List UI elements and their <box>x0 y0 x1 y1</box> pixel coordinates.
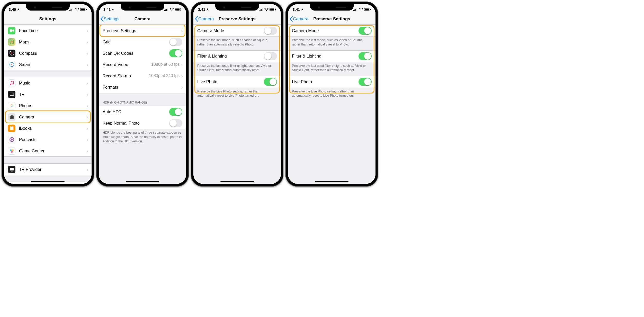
cell-game-center[interactable]: Game Center› <box>4 145 92 156</box>
cell-label: Formats <box>103 85 181 90</box>
toggle-switch[interactable] <box>359 52 372 60</box>
toggle-switch[interactable] <box>359 78 372 86</box>
svg-point-4 <box>77 10 77 11</box>
music-icon <box>8 79 15 87</box>
home-indicator[interactable] <box>31 181 65 182</box>
cell-safari[interactable]: Safari› <box>4 59 92 70</box>
toggle-switch[interactable] <box>169 38 182 46</box>
cell-camera-mode[interactable]: Camera Mode <box>193 25 281 36</box>
cell-filter-lighting[interactable]: Filter & Lighting <box>288 51 375 62</box>
group-footer: HDR blends the best parts of three separ… <box>99 129 186 145</box>
status-icons <box>259 8 276 11</box>
cell-scan-qr-codes[interactable]: Scan QR Codes <box>99 48 186 59</box>
cell-formats[interactable]: Formats› <box>99 81 186 93</box>
ibooks-icon <box>8 125 15 132</box>
cell-maps[interactable]: Maps› <box>4 36 92 48</box>
group-footer: Preserve the last mode, such as Video or… <box>193 36 281 48</box>
cell-filter-lighting[interactable]: Filter & Lighting <box>193 51 281 62</box>
maps-icon <box>8 38 15 46</box>
back-button[interactable]: Camera <box>290 16 308 22</box>
svg-rect-56 <box>370 9 371 10</box>
svg-rect-6 <box>86 9 87 10</box>
status-icons <box>69 8 87 11</box>
svg-point-19 <box>10 105 12 106</box>
group-footer: Preserve the last used filter or light, … <box>193 62 281 73</box>
chevron-right-icon: › <box>86 148 88 154</box>
svg-rect-51 <box>354 10 355 11</box>
cell-facetime[interactable]: FaceTime› <box>4 25 92 36</box>
cell-tv[interactable]: TV› <box>4 89 92 100</box>
tv-icon <box>8 91 15 98</box>
svg-point-25 <box>11 138 13 140</box>
toggle-switch[interactable] <box>359 27 372 35</box>
cell-label: Record Slo-mo <box>103 73 149 78</box>
toggle-switch[interactable] <box>169 108 182 116</box>
chevron-right-icon: › <box>86 39 88 45</box>
back-button[interactable]: Settings <box>100 16 119 22</box>
cell-preserve-settings[interactable]: Preserve Settings› <box>99 25 186 36</box>
cell-tv-provider[interactable]: TV Provider› <box>4 164 92 175</box>
podcasts-icon <box>8 136 15 143</box>
svg-rect-7 <box>81 8 85 11</box>
cell-photos[interactable]: Photos› <box>4 100 92 111</box>
cell-label: Auto HDR <box>103 109 169 114</box>
cell-camera[interactable]: Camera› <box>4 111 92 123</box>
cell-label: Live Photo <box>292 79 359 84</box>
cell-grid[interactable]: Grid <box>99 36 186 48</box>
group-footer: Preserve the last mode, such as Video or… <box>288 36 375 48</box>
cell-label: Keep Normal Photo <box>103 121 169 126</box>
svg-rect-44 <box>261 9 262 11</box>
cell-compass[interactable]: Compass› <box>4 48 92 59</box>
svg-rect-52 <box>355 9 356 11</box>
cell-label: Filter & Lighting <box>292 54 359 59</box>
status-time: 3:41 <box>103 7 114 12</box>
toggle-switch[interactable] <box>264 52 277 60</box>
cell-live-photo[interactable]: Live Photo <box>288 76 375 88</box>
cell-record-video[interactable]: Record Video1080p at 60 fps› <box>99 59 186 70</box>
svg-rect-3 <box>73 8 73 11</box>
cell-record-slo-mo[interactable]: Record Slo-mo1080p at 240 fps› <box>99 70 186 81</box>
cell-label: Filter & Lighting <box>197 54 264 59</box>
svg-rect-35 <box>165 10 166 11</box>
safari-icon <box>8 61 15 68</box>
toggle-switch[interactable] <box>169 49 182 57</box>
cell-auto-hdr[interactable]: Auto HDR <box>99 106 186 117</box>
chevron-right-icon: › <box>181 62 183 68</box>
cell-1password[interactable]: 1Password› <box>4 182 92 184</box>
compass-icon <box>8 50 15 57</box>
svg-rect-37 <box>167 8 168 11</box>
svg-rect-50 <box>353 10 354 11</box>
cell-camera-mode[interactable]: Camera Mode <box>288 25 375 36</box>
toggle-switch[interactable] <box>264 27 277 35</box>
cell-live-photo[interactable]: Live Photo <box>193 76 281 88</box>
cell-music[interactable]: Music› <box>4 77 92 89</box>
toggle-switch[interactable] <box>169 119 182 127</box>
status-time: 3:40 <box>9 7 20 12</box>
home-indicator[interactable] <box>220 181 254 182</box>
svg-rect-22 <box>11 115 13 116</box>
cell-keep-normal-photo[interactable]: Keep Normal Photo <box>99 117 186 129</box>
svg-point-38 <box>172 10 172 11</box>
status-time: 3:41 <box>293 7 303 12</box>
cell-label: Record Video <box>103 62 151 67</box>
group-header: HDR (HIGH DYNAMIC RANGE) <box>99 100 186 106</box>
cell-ibooks[interactable]: iBooks› <box>4 123 92 134</box>
svg-point-46 <box>266 10 267 11</box>
home-indicator[interactable] <box>126 181 159 182</box>
cell-label: Grid <box>103 40 169 44</box>
chevron-right-icon: › <box>86 28 88 34</box>
back-label: Camera <box>293 16 308 22</box>
svg-rect-53 <box>356 8 357 11</box>
back-button[interactable]: Camera <box>195 16 214 22</box>
svg-rect-57 <box>365 8 369 11</box>
nav-title: Preserve Settings <box>219 16 256 22</box>
toggle-switch[interactable] <box>264 78 277 86</box>
group-footer: Preserve the last used filter or light, … <box>288 62 375 73</box>
cell-podcasts[interactable]: Podcasts› <box>4 134 92 145</box>
group-footer: Preserve the Live Photo setting, rather … <box>288 88 375 99</box>
chevron-right-icon: › <box>86 103 88 109</box>
home-indicator[interactable] <box>315 181 348 182</box>
status-time: 3:41 <box>198 7 209 12</box>
cell-label: Camera Mode <box>292 28 359 33</box>
chevron-right-icon: › <box>86 166 88 172</box>
